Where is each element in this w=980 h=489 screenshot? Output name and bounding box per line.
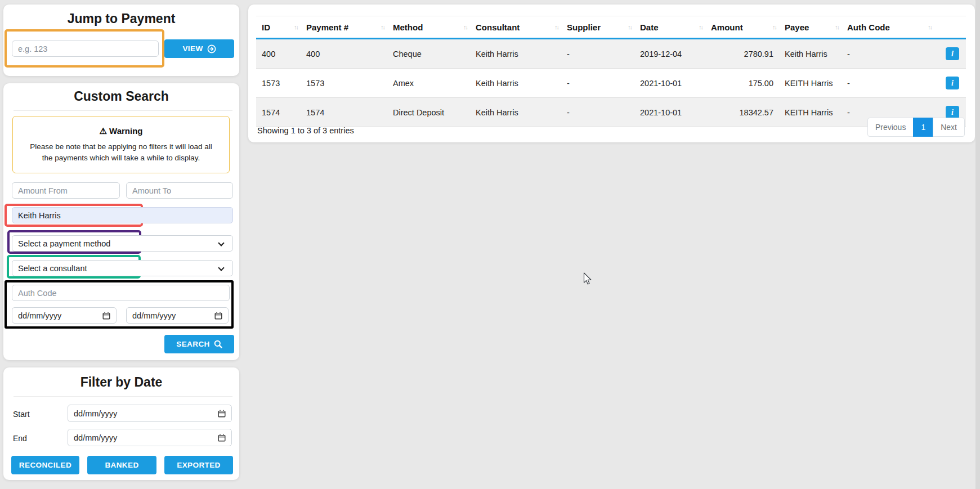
payment-id-input[interactable] <box>12 41 159 57</box>
calendar-icon[interactable] <box>214 312 222 320</box>
info-icon: i <box>951 50 954 59</box>
column-header-consultant[interactable]: Consultant↑↓ <box>470 16 561 39</box>
search-icon <box>214 340 222 348</box>
payments-table-card: ID↑↓ Payment #↑↓ Method↑↓ Consultant↑↓ S… <box>248 5 975 142</box>
cell-supplier: - <box>561 98 634 127</box>
sort-icon: ↑↓ <box>772 24 776 30</box>
cell-method: Direct Deposit <box>387 98 470 127</box>
warning-text: Please be note that be applying no filte… <box>28 141 214 163</box>
cell-method: Amex <box>387 69 470 98</box>
sort-icon: ↑↓ <box>928 24 932 30</box>
calendar-icon[interactable] <box>218 410 226 418</box>
table-row: 400 400 Cheque Keith Harris - 2019-12-04… <box>256 39 966 69</box>
cell-amount: 2780.91 <box>705 39 779 69</box>
warning-title: Warning <box>109 126 142 136</box>
sort-icon: ↑↓ <box>628 24 632 30</box>
cell-auth-code: - <box>842 69 934 98</box>
calendar-icon[interactable] <box>218 434 226 442</box>
auth-code-input[interactable] <box>12 285 230 301</box>
mouse-cursor <box>583 272 593 288</box>
chevron-down-icon <box>218 240 224 246</box>
date-from-input[interactable]: dd/mm/yyyy <box>12 307 117 324</box>
table-row: 1573 1573 Amex Keith Harris - 2021-10-01… <box>256 69 966 98</box>
sort-icon: ↑↓ <box>294 24 298 30</box>
cell-consultant: Keith Harris <box>470 98 561 127</box>
filter-end-date-input[interactable]: dd/mm/yyyy <box>68 429 232 446</box>
cell-date: 2019-12-04 <box>634 39 705 69</box>
search-button[interactable]: SEARCH <box>164 335 234 353</box>
filter-start-date-input[interactable]: dd/mm/yyyy <box>68 405 232 422</box>
table-header-row: ID↑↓ Payment #↑↓ Method↑↓ Consultant↑↓ S… <box>256 16 966 39</box>
column-header-id[interactable]: ID↑↓ <box>256 16 301 39</box>
reconciled-button[interactable]: RECONCILED <box>11 456 79 474</box>
cell-id: 400 <box>256 39 301 69</box>
sort-icon: ↑↓ <box>699 24 702 30</box>
column-header-date[interactable]: Date↑↓ <box>634 16 705 39</box>
info-button[interactable]: i <box>946 106 959 119</box>
amount-from-input[interactable] <box>12 182 120 199</box>
column-header-actions <box>934 16 966 39</box>
cell-payee: KEITH Harris <box>779 69 842 98</box>
divider <box>14 110 232 111</box>
cell-consultant: Keith Harris <box>470 69 561 98</box>
consultant-select[interactable]: Select a consultant <box>12 260 233 276</box>
exported-button[interactable]: EXPORTED <box>164 456 233 474</box>
jump-to-payment-title: Jump to Payment <box>3 11 239 26</box>
cell-payment: 1574 <box>301 98 387 127</box>
divider <box>14 396 232 397</box>
table-info-text: Showing 1 to 3 of 3 entries <box>257 126 354 135</box>
cell-method: Cheque <box>387 39 470 69</box>
search-button-label: SEARCH <box>176 340 209 348</box>
sort-icon: ↑↓ <box>463 24 467 30</box>
info-button[interactable]: i <box>946 47 959 60</box>
pagination-previous[interactable]: Previous <box>867 118 914 137</box>
exported-button-label: EXPORTED <box>177 461 220 469</box>
banked-button[interactable]: BANKED <box>87 456 156 474</box>
cell-id: 1574 <box>256 98 301 127</box>
column-header-auth-code[interactable]: Auth Code↑↓ <box>842 16 934 39</box>
payment-method-select[interactable]: Select a payment method <box>12 235 233 252</box>
custom-search-title: Custom Search <box>3 89 239 104</box>
column-header-method[interactable]: Method↑↓ <box>387 16 470 39</box>
cell-date: 2021-10-01 <box>634 69 705 98</box>
column-header-amount[interactable]: Amount↑↓ <box>705 16 779 39</box>
start-label: Start <box>13 410 30 419</box>
cell-consultant: Keith Harris <box>470 39 561 69</box>
cell-payee: Keith Harris <box>779 39 842 69</box>
date-to-value: dd/mm/yyyy <box>132 311 176 320</box>
cell-payment: 400 <box>301 39 387 69</box>
payee-input[interactable] <box>12 207 233 223</box>
pagination-page-1[interactable]: 1 <box>913 118 933 137</box>
arrow-circle-right-icon <box>207 44 216 53</box>
info-button[interactable]: i <box>946 77 959 89</box>
view-button-label: VIEW <box>182 44 203 53</box>
column-header-supplier[interactable]: Supplier↑↓ <box>561 16 634 39</box>
filter-start-value: dd/mm/yyyy <box>74 409 117 418</box>
reconciled-button-label: RECONCILED <box>19 461 71 469</box>
column-header-payee[interactable]: Payee↑↓ <box>779 16 842 39</box>
warning-icon: ⚠ <box>99 126 106 136</box>
scrollbar[interactable] <box>975 0 980 489</box>
cell-payee: KEITH Harris <box>779 98 842 127</box>
column-header-payment[interactable]: Payment #↑↓ <box>301 16 387 39</box>
info-icon: i <box>951 108 954 117</box>
warning-box: ⚠ Warning Please be note that be applyin… <box>12 116 230 173</box>
cell-auth-code: - <box>842 39 934 69</box>
filter-by-date-title: Filter by Date <box>3 375 239 390</box>
consultant-select-value: Select a consultant <box>18 264 87 273</box>
calendar-icon[interactable] <box>102 312 110 320</box>
sort-icon: ↑↓ <box>835 24 839 30</box>
cell-supplier: - <box>561 39 634 69</box>
view-button[interactable]: VIEW <box>164 39 234 58</box>
sort-icon: ↑↓ <box>554 24 558 30</box>
pagination: Previous 1 Next <box>868 118 965 137</box>
filter-end-value: dd/mm/yyyy <box>74 433 117 442</box>
date-to-input[interactable]: dd/mm/yyyy <box>126 307 229 324</box>
pagination-next[interactable]: Next <box>933 118 965 137</box>
cell-date: 2021-10-01 <box>634 98 705 127</box>
amount-to-input[interactable] <box>126 182 233 199</box>
payment-method-select-value: Select a payment method <box>18 239 110 248</box>
jump-to-payment-card: Jump to Payment VIEW <box>3 5 239 76</box>
cell-payment: 1573 <box>301 69 387 98</box>
table-row: 1574 1574 Direct Deposit Keith Harris - … <box>256 98 966 127</box>
